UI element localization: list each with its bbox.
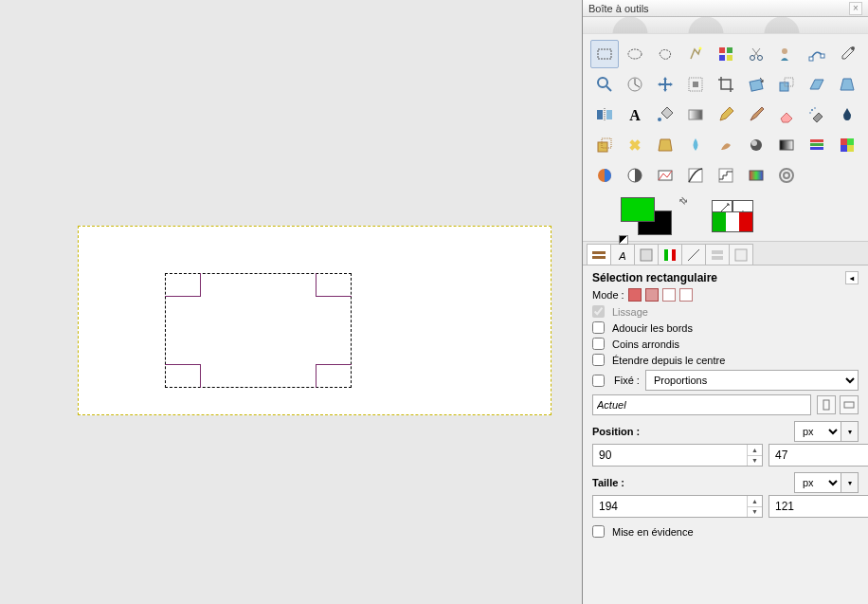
tab-channels[interactable]: [658, 244, 682, 265]
tool-threshold[interactable]: [651, 161, 679, 190]
tool-ellipse-select[interactable]: [621, 40, 649, 68]
svg-point-9: [782, 48, 787, 54]
tool-colorize[interactable]: [590, 161, 619, 190]
fixed-checkbox[interactable]: [592, 375, 605, 387]
tool-curves[interactable]: [681, 161, 710, 190]
tab-undo[interactable]: [705, 244, 730, 265]
highlight-checkbox[interactable]: [592, 525, 605, 538]
tool-shear[interactable]: [803, 70, 831, 99]
fixed-label: Fixé :: [614, 375, 640, 386]
tool-ink[interactable]: [833, 101, 861, 129]
tool-text[interactable]: A: [621, 101, 649, 129]
tool-scale[interactable]: [772, 70, 801, 99]
active-gradient[interactable]: [712, 211, 753, 232]
tool-desaturate[interactable]: [742, 161, 770, 190]
tool-flip[interactable]: [590, 101, 619, 129]
tool-color-balance[interactable]: [803, 131, 831, 159]
position-y-spin[interactable]: ▲▼: [769, 444, 868, 467]
tool-bucket-fill[interactable]: [651, 101, 679, 129]
tool-rotate[interactable]: [742, 70, 770, 99]
tool-measure[interactable]: [621, 70, 649, 99]
tool-perspective-clone[interactable]: [651, 131, 679, 159]
size-w-down[interactable]: ▼: [748, 507, 762, 518]
svg-rect-38: [780, 140, 793, 150]
tool-move[interactable]: [651, 70, 679, 99]
size-unit-select[interactable]: px: [794, 472, 841, 493]
tool-clone[interactable]: [590, 131, 619, 159]
tool-brightness-contrast[interactable]: [621, 161, 649, 190]
selection-handle-tr[interactable]: [316, 273, 352, 297]
tool-color-select[interactable]: [712, 40, 740, 68]
tool-zoom[interactable]: [590, 70, 619, 99]
selection-handle-tl[interactable]: [165, 273, 201, 297]
position-x-input[interactable]: [593, 445, 747, 466]
tool-align[interactable]: [681, 70, 710, 99]
tool-levels[interactable]: [772, 131, 801, 159]
mode-intersect[interactable]: [679, 288, 693, 302]
tab-tool-options[interactable]: [587, 244, 611, 265]
tool-paintbrush[interactable]: [742, 101, 770, 129]
size-w-up[interactable]: ▲: [748, 496, 762, 507]
mode-subtract[interactable]: [662, 288, 676, 302]
selection-handle-bl[interactable]: [165, 364, 201, 388]
expand-center-checkbox[interactable]: [592, 354, 605, 366]
tool-free-select[interactable]: [651, 40, 679, 68]
mode-add[interactable]: [645, 288, 659, 302]
pos-x-down[interactable]: ▼: [748, 456, 762, 467]
tool-scissors[interactable]: [742, 40, 770, 68]
tab-histogram[interactable]: [729, 244, 753, 265]
size-h-spin[interactable]: ▲▼: [769, 495, 868, 518]
fixed-select[interactable]: Proportions: [645, 370, 859, 391]
tab-layers[interactable]: [634, 244, 659, 265]
position-y-input[interactable]: [769, 445, 868, 466]
selection-marquee[interactable]: [165, 273, 352, 388]
feather-checkbox[interactable]: [592, 321, 605, 334]
rounded-checkbox[interactable]: [592, 338, 605, 350]
tab-device-status[interactable]: A: [610, 244, 635, 265]
mode-replace[interactable]: [628, 288, 642, 302]
tool-pencil[interactable]: [712, 101, 740, 129]
tool-posterize[interactable]: [712, 161, 740, 190]
landscape-icon[interactable]: [840, 395, 859, 414]
tool-eyedropper[interactable]: [833, 40, 861, 68]
tool-gegl[interactable]: [772, 161, 801, 190]
selection-handle-br[interactable]: [316, 364, 352, 388]
tool-options: Sélection rectangulaire ◂ Mode : Lissage…: [583, 265, 868, 604]
tool-airbrush[interactable]: [803, 101, 831, 129]
tool-perspective[interactable]: [833, 70, 861, 99]
tool-crop[interactable]: [712, 70, 740, 99]
canvas[interactable]: [78, 226, 552, 415]
svg-rect-39: [810, 139, 823, 142]
options-collapse-icon[interactable]: ◂: [845, 271, 859, 284]
tool-eraser[interactable]: [772, 101, 801, 129]
pos-x-up[interactable]: ▲: [748, 445, 762, 456]
position-unit-menu[interactable]: ▾: [841, 421, 859, 442]
tool-foreground-select[interactable]: [772, 40, 801, 68]
size-w-input[interactable]: [593, 496, 747, 517]
tab-paths[interactable]: [681, 244, 706, 265]
size-h-input[interactable]: [769, 496, 868, 517]
tool-gradient[interactable]: [681, 101, 710, 129]
position-x-spin[interactable]: ▲▼: [592, 444, 763, 467]
fg-color[interactable]: [621, 197, 655, 222]
panel-close-icon[interactable]: ×: [849, 2, 862, 15]
reset-colors-icon[interactable]: [619, 235, 628, 245]
swap-colors-icon[interactable]: ⇄: [677, 194, 689, 207]
size-w-spin[interactable]: ▲▼: [592, 495, 763, 518]
tool-smudge[interactable]: [712, 131, 740, 159]
panel-titlebar[interactable]: Boîte à outils ×: [583, 0, 868, 17]
portrait-icon[interactable]: [817, 395, 836, 414]
svg-line-14: [606, 86, 611, 91]
tool-blur[interactable]: [681, 131, 710, 159]
tool-hue-sat[interactable]: [833, 131, 861, 159]
size-unit-menu[interactable]: ▾: [841, 472, 859, 493]
tool-rect-select[interactable]: [590, 40, 619, 68]
aspect-input[interactable]: [592, 394, 811, 415]
fg-bg-swatch[interactable]: ⇄: [621, 197, 674, 235]
tool-dodge-burn[interactable]: [742, 131, 770, 159]
position-unit-select[interactable]: px: [794, 421, 841, 442]
tool-fuzzy-select[interactable]: [681, 40, 710, 68]
tool-paths[interactable]: [803, 40, 831, 68]
tool-heal[interactable]: [621, 131, 649, 159]
svg-point-31: [809, 112, 811, 114]
